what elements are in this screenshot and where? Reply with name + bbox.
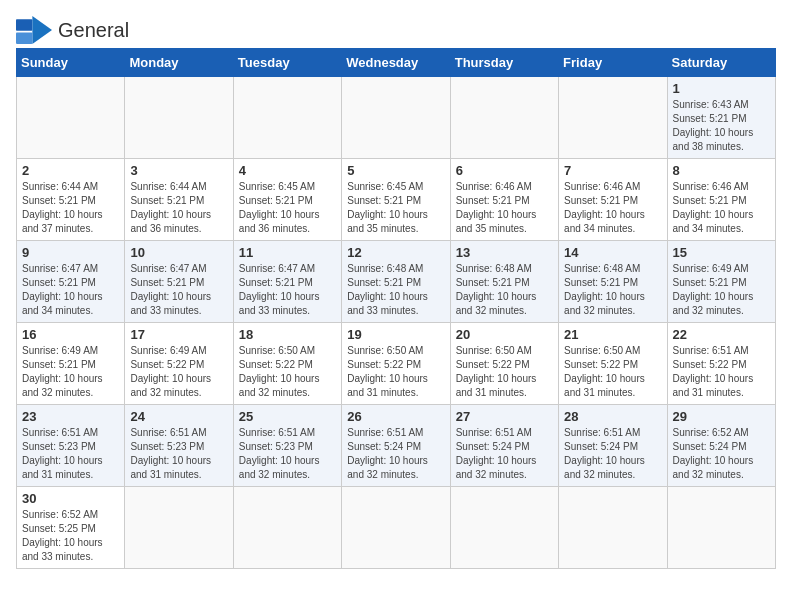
day-info: Sunrise: 6:50 AM Sunset: 5:22 PM Dayligh… xyxy=(564,344,661,400)
day-number: 9 xyxy=(22,245,119,260)
calendar-week-3: 9Sunrise: 6:47 AM Sunset: 5:21 PM Daylig… xyxy=(17,241,776,323)
day-header-monday: Monday xyxy=(125,49,233,77)
logo-icon xyxy=(16,16,52,44)
calendar-cell xyxy=(125,77,233,159)
day-info: Sunrise: 6:43 AM Sunset: 5:21 PM Dayligh… xyxy=(673,98,770,154)
calendar-cell: 15Sunrise: 6:49 AM Sunset: 5:21 PM Dayli… xyxy=(667,241,775,323)
day-number: 25 xyxy=(239,409,336,424)
calendar-cell xyxy=(233,77,341,159)
day-number: 10 xyxy=(130,245,227,260)
calendar-week-5: 23Sunrise: 6:51 AM Sunset: 5:23 PM Dayli… xyxy=(17,405,776,487)
day-info: Sunrise: 6:48 AM Sunset: 5:21 PM Dayligh… xyxy=(456,262,553,318)
day-number: 4 xyxy=(239,163,336,178)
calendar-cell: 30Sunrise: 6:52 AM Sunset: 5:25 PM Dayli… xyxy=(17,487,125,569)
calendar-week-4: 16Sunrise: 6:49 AM Sunset: 5:21 PM Dayli… xyxy=(17,323,776,405)
day-number: 1 xyxy=(673,81,770,96)
day-header-thursday: Thursday xyxy=(450,49,558,77)
calendar-week-1: 1Sunrise: 6:43 AM Sunset: 5:21 PM Daylig… xyxy=(17,77,776,159)
day-number: 16 xyxy=(22,327,119,342)
day-info: Sunrise: 6:46 AM Sunset: 5:21 PM Dayligh… xyxy=(456,180,553,236)
calendar-cell: 18Sunrise: 6:50 AM Sunset: 5:22 PM Dayli… xyxy=(233,323,341,405)
calendar-cell xyxy=(342,77,450,159)
day-number: 21 xyxy=(564,327,661,342)
day-info: Sunrise: 6:52 AM Sunset: 5:24 PM Dayligh… xyxy=(673,426,770,482)
day-info: Sunrise: 6:44 AM Sunset: 5:21 PM Dayligh… xyxy=(22,180,119,236)
calendar-cell xyxy=(559,77,667,159)
calendar-header: SundayMondayTuesdayWednesdayThursdayFrid… xyxy=(17,49,776,77)
calendar-cell: 10Sunrise: 6:47 AM Sunset: 5:21 PM Dayli… xyxy=(125,241,233,323)
day-number: 26 xyxy=(347,409,444,424)
day-number: 24 xyxy=(130,409,227,424)
calendar-cell: 8Sunrise: 6:46 AM Sunset: 5:21 PM Daylig… xyxy=(667,159,775,241)
calendar-cell: 24Sunrise: 6:51 AM Sunset: 5:23 PM Dayli… xyxy=(125,405,233,487)
day-info: Sunrise: 6:51 AM Sunset: 5:23 PM Dayligh… xyxy=(239,426,336,482)
day-number: 15 xyxy=(673,245,770,260)
page-header: General xyxy=(16,16,776,44)
calendar-cell: 3Sunrise: 6:44 AM Sunset: 5:21 PM Daylig… xyxy=(125,159,233,241)
day-info: Sunrise: 6:46 AM Sunset: 5:21 PM Dayligh… xyxy=(564,180,661,236)
day-info: Sunrise: 6:51 AM Sunset: 5:24 PM Dayligh… xyxy=(347,426,444,482)
day-number: 29 xyxy=(673,409,770,424)
svg-marker-1 xyxy=(32,16,52,44)
day-info: Sunrise: 6:51 AM Sunset: 5:23 PM Dayligh… xyxy=(130,426,227,482)
calendar-week-6: 30Sunrise: 6:52 AM Sunset: 5:25 PM Dayli… xyxy=(17,487,776,569)
logo: General xyxy=(16,16,129,44)
calendar-cell: 29Sunrise: 6:52 AM Sunset: 5:24 PM Dayli… xyxy=(667,405,775,487)
calendar-cell: 11Sunrise: 6:47 AM Sunset: 5:21 PM Dayli… xyxy=(233,241,341,323)
calendar-cell: 1Sunrise: 6:43 AM Sunset: 5:21 PM Daylig… xyxy=(667,77,775,159)
day-number: 8 xyxy=(673,163,770,178)
day-info: Sunrise: 6:52 AM Sunset: 5:25 PM Dayligh… xyxy=(22,508,119,564)
day-info: Sunrise: 6:45 AM Sunset: 5:21 PM Dayligh… xyxy=(347,180,444,236)
calendar-cell: 21Sunrise: 6:50 AM Sunset: 5:22 PM Dayli… xyxy=(559,323,667,405)
day-number: 27 xyxy=(456,409,553,424)
calendar-table: SundayMondayTuesdayWednesdayThursdayFrid… xyxy=(16,48,776,569)
calendar-cell xyxy=(233,487,341,569)
calendar-cell: 22Sunrise: 6:51 AM Sunset: 5:22 PM Dayli… xyxy=(667,323,775,405)
day-info: Sunrise: 6:45 AM Sunset: 5:21 PM Dayligh… xyxy=(239,180,336,236)
day-info: Sunrise: 6:47 AM Sunset: 5:21 PM Dayligh… xyxy=(130,262,227,318)
day-number: 11 xyxy=(239,245,336,260)
day-header-tuesday: Tuesday xyxy=(233,49,341,77)
svg-rect-0 xyxy=(16,19,32,30)
day-number: 23 xyxy=(22,409,119,424)
day-header-sunday: Sunday xyxy=(17,49,125,77)
calendar-cell: 28Sunrise: 6:51 AM Sunset: 5:24 PM Dayli… xyxy=(559,405,667,487)
day-number: 7 xyxy=(564,163,661,178)
day-number: 5 xyxy=(347,163,444,178)
calendar-cell: 19Sunrise: 6:50 AM Sunset: 5:22 PM Dayli… xyxy=(342,323,450,405)
day-number: 6 xyxy=(456,163,553,178)
calendar-cell: 20Sunrise: 6:50 AM Sunset: 5:22 PM Dayli… xyxy=(450,323,558,405)
calendar-cell: 9Sunrise: 6:47 AM Sunset: 5:21 PM Daylig… xyxy=(17,241,125,323)
day-info: Sunrise: 6:51 AM Sunset: 5:24 PM Dayligh… xyxy=(564,426,661,482)
calendar-cell: 4Sunrise: 6:45 AM Sunset: 5:21 PM Daylig… xyxy=(233,159,341,241)
day-number: 28 xyxy=(564,409,661,424)
day-info: Sunrise: 6:49 AM Sunset: 5:21 PM Dayligh… xyxy=(22,344,119,400)
calendar-cell: 6Sunrise: 6:46 AM Sunset: 5:21 PM Daylig… xyxy=(450,159,558,241)
calendar-cell: 14Sunrise: 6:48 AM Sunset: 5:21 PM Dayli… xyxy=(559,241,667,323)
day-info: Sunrise: 6:44 AM Sunset: 5:21 PM Dayligh… xyxy=(130,180,227,236)
calendar-cell xyxy=(450,77,558,159)
day-number: 20 xyxy=(456,327,553,342)
logo-text: General xyxy=(58,19,129,41)
day-number: 30 xyxy=(22,491,119,506)
calendar-cell: 25Sunrise: 6:51 AM Sunset: 5:23 PM Dayli… xyxy=(233,405,341,487)
day-number: 2 xyxy=(22,163,119,178)
calendar-cell: 12Sunrise: 6:48 AM Sunset: 5:21 PM Dayli… xyxy=(342,241,450,323)
day-header-saturday: Saturday xyxy=(667,49,775,77)
calendar-cell: 13Sunrise: 6:48 AM Sunset: 5:21 PM Dayli… xyxy=(450,241,558,323)
calendar-cell: 16Sunrise: 6:49 AM Sunset: 5:21 PM Dayli… xyxy=(17,323,125,405)
calendar-cell xyxy=(450,487,558,569)
calendar-cell: 23Sunrise: 6:51 AM Sunset: 5:23 PM Dayli… xyxy=(17,405,125,487)
day-number: 14 xyxy=(564,245,661,260)
day-info: Sunrise: 6:47 AM Sunset: 5:21 PM Dayligh… xyxy=(239,262,336,318)
calendar-cell: 2Sunrise: 6:44 AM Sunset: 5:21 PM Daylig… xyxy=(17,159,125,241)
day-number: 19 xyxy=(347,327,444,342)
calendar-cell: 26Sunrise: 6:51 AM Sunset: 5:24 PM Dayli… xyxy=(342,405,450,487)
day-info: Sunrise: 6:48 AM Sunset: 5:21 PM Dayligh… xyxy=(347,262,444,318)
calendar-cell xyxy=(559,487,667,569)
svg-rect-2 xyxy=(16,32,32,43)
calendar-cell: 27Sunrise: 6:51 AM Sunset: 5:24 PM Dayli… xyxy=(450,405,558,487)
day-info: Sunrise: 6:49 AM Sunset: 5:22 PM Dayligh… xyxy=(130,344,227,400)
day-info: Sunrise: 6:49 AM Sunset: 5:21 PM Dayligh… xyxy=(673,262,770,318)
day-number: 18 xyxy=(239,327,336,342)
